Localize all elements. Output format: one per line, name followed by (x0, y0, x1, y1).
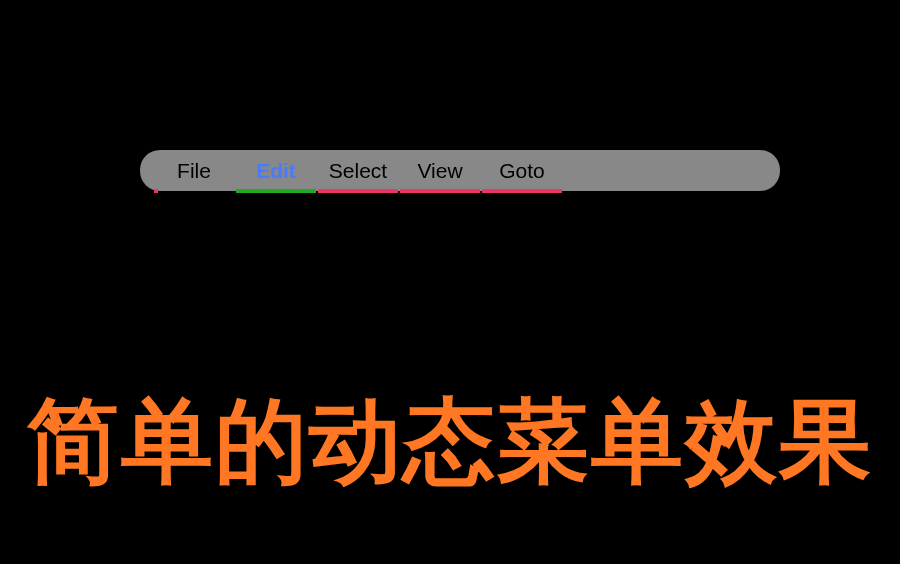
menu-underline (400, 189, 480, 193)
menu-underline (236, 189, 316, 193)
menu-item-select[interactable]: Select (318, 150, 398, 191)
menu-label: Edit (256, 159, 296, 183)
menu-label: File (177, 159, 211, 183)
menu-item-file[interactable]: File (154, 150, 234, 191)
menu-item-view[interactable]: View (400, 150, 480, 191)
menu-label: Select (329, 159, 387, 183)
menu-underline (154, 189, 158, 193)
menu-label: View (417, 159, 462, 183)
menu-underline (482, 189, 562, 193)
menu-underline (318, 189, 398, 193)
menu-label: Goto (499, 159, 545, 183)
menu-bar: File Edit Select View Goto (140, 150, 780, 191)
page-title: 简单的动态菜单效果 (0, 380, 900, 504)
menu-item-edit[interactable]: Edit (236, 150, 316, 191)
menu-item-goto[interactable]: Goto (482, 150, 562, 191)
